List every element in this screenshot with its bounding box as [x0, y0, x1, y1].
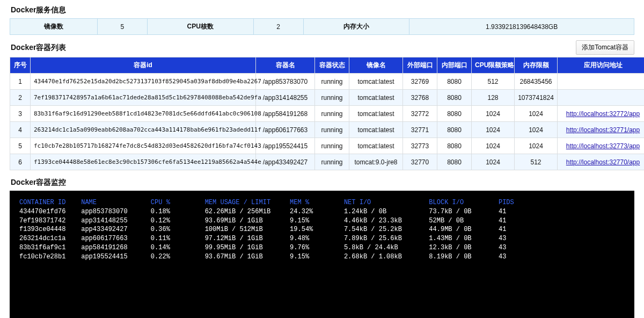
monitor-title: Docker容器监控 — [11, 178, 634, 187]
table-cell: fc10cb7e28b105717b168274fe7dc8c54d832d03… — [31, 138, 256, 154]
table-cell: /app314148255 — [256, 90, 315, 106]
table-cell: f1393ce044488e58e61ec8e3c90cb157306cfe6f… — [31, 154, 256, 170]
table-cell: 32768 — [403, 90, 437, 106]
info-value-images: 5 — [97, 19, 147, 35]
table-cell: 32773 — [403, 138, 437, 154]
table-cell: 1024 — [472, 138, 515, 154]
table-cell: 1024 — [472, 154, 515, 170]
terminal-row: 83b31f6af9c1 app584191268 0.14% 99.95MiB… — [19, 243, 625, 252]
table-cell: 434470e1fd76252e15da20d2bc5273137103f852… — [31, 74, 256, 90]
table-cell: 8080 — [437, 74, 472, 90]
table-cell: running — [315, 74, 349, 90]
table-cell-url — [558, 90, 645, 106]
table-cell: 512 — [472, 74, 515, 90]
container-col-0: 序号 — [10, 57, 31, 74]
table-cell-url — [558, 74, 645, 90]
table-cell: 8080 — [437, 154, 472, 170]
container-col-4: 镜像名 — [349, 57, 403, 74]
table-row: 383b31f6af9c16d91290eeb588f1cd1d4823e708… — [10, 106, 645, 122]
table-cell: 1024 — [515, 106, 558, 122]
service-info-table: 镜像数 5 CPU核数 2 内存大小 1.9339218139648438GB — [10, 18, 634, 35]
table-cell: running — [315, 154, 349, 170]
container-col-6: 内部端口 — [437, 57, 472, 74]
table-cell: 6 — [10, 154, 31, 170]
table-cell: 128 — [472, 90, 515, 106]
table-cell: /app606177663 — [256, 122, 315, 138]
info-label-images: 镜像数 — [10, 19, 98, 35]
table-cell: tomcat:latest — [349, 74, 403, 90]
table-cell: 5 — [10, 138, 31, 154]
table-cell: tomcat:latest — [349, 138, 403, 154]
table-cell: /app584191268 — [256, 106, 315, 122]
app-url-link[interactable]: http://localhost:32771/app — [566, 126, 640, 134]
table-cell: 4 — [10, 122, 31, 138]
table-cell: 32770 — [403, 154, 437, 170]
table-cell: 1073741824 — [515, 90, 558, 106]
table-cell: 2 — [10, 90, 31, 106]
add-tomcat-button[interactable]: 添加Tomcat容器 — [576, 40, 634, 55]
table-row: 5fc10cb7e28b105717b168274fe7dc8c54d832d0… — [10, 138, 645, 154]
table-cell: 32771 — [403, 122, 437, 138]
table-cell: 83b31f6af9c16d91290eeb588f1cd1d4823e7081… — [31, 106, 256, 122]
table-cell: 3 — [10, 106, 31, 122]
table-cell: 7ef1983717428957a1a6b61ac71dede28a815d5c… — [31, 90, 256, 106]
table-cell: /app433492427 — [256, 154, 315, 170]
table-cell: running — [315, 122, 349, 138]
table-cell-url: http://localhost:32771/app — [558, 122, 645, 138]
monitor-terminal: CONTAINER ID NAME CPU % MEM USAGE / LIMI… — [10, 191, 634, 318]
container-col-2: 容器名 — [256, 57, 315, 74]
terminal-row: f1393ce04448 app433492427 0.36% 100MiB /… — [19, 225, 625, 234]
container-col-8: 内存限额 — [515, 57, 558, 74]
container-col-5: 外部端口 — [403, 57, 437, 74]
table-cell: tomcat:latest — [349, 122, 403, 138]
table-cell: 263214dc1c1a5a0909eabb6208aa702cca443a11… — [31, 122, 256, 138]
table-row: 4263214dc1c1a5a0909eabb6208aa702cca443a1… — [10, 122, 645, 138]
container-col-7: CPU限额策略 — [472, 57, 515, 74]
table-row: 1434470e1fd76252e15da20d2bc5273137103f85… — [10, 74, 645, 90]
table-cell: 1 — [10, 74, 31, 90]
terminal-row: 434470e1fd76 app853783070 0.18% 62.26MiB… — [19, 207, 625, 216]
table-cell: running — [315, 90, 349, 106]
terminal-header: CONTAINER ID NAME CPU % MEM USAGE / LIMI… — [19, 198, 625, 207]
table-cell: tomcat:latest — [349, 90, 403, 106]
table-cell: 1024 — [472, 106, 515, 122]
app-url-link[interactable]: http://localhost:32772/app — [566, 110, 640, 118]
container-col-9: 应用访问地址 — [558, 57, 645, 74]
table-cell: 32772 — [403, 106, 437, 122]
service-info-title: Docker服务信息 — [11, 5, 634, 15]
container-table: 序号容器id容器名容器状态镜像名外部端口内部端口CPU限额策略内存限额应用访问地… — [10, 57, 644, 170]
table-row: 6f1393ce044488e58e61ec8e3c90cb157306cfe6… — [10, 154, 645, 170]
table-cell: tomcat:latest — [349, 106, 403, 122]
container-list-title: Docker容器列表 — [11, 43, 576, 53]
container-col-3: 容器状态 — [315, 57, 349, 74]
app-url-link[interactable]: http://localhost:32773/app — [566, 142, 640, 150]
table-cell: /app195524415 — [256, 138, 315, 154]
table-cell: 1024 — [515, 122, 558, 138]
terminal-row: 7ef198371742 app314148255 0.12% 93.69MiB… — [19, 216, 625, 226]
info-label-cpu: CPU核数 — [147, 19, 253, 35]
info-value-cpu: 2 — [253, 19, 303, 35]
table-cell: running — [315, 138, 349, 154]
table-cell: 1024 — [515, 138, 558, 154]
table-cell-url: http://localhost:32772/app — [558, 106, 645, 122]
info-label-mem: 内存大小 — [303, 19, 409, 35]
container-col-1: 容器id — [31, 57, 256, 74]
table-cell: 268435456 — [515, 74, 558, 90]
info-value-mem: 1.9339218139648438GB — [409, 19, 634, 35]
terminal-row: 263214dc1c1a app606177663 0.11% 97.12MiB… — [19, 234, 625, 243]
table-cell-url: http://localhost:32770/app — [558, 154, 645, 170]
table-cell: 8080 — [437, 90, 472, 106]
table-cell: running — [315, 106, 349, 122]
table-cell: 1024 — [472, 122, 515, 138]
table-cell-url: http://localhost:32773/app — [558, 138, 645, 154]
table-cell: 8080 — [437, 106, 472, 122]
table-cell: 8080 — [437, 138, 472, 154]
table-row: 27ef1983717428957a1a6b61ac71dede28a815d5… — [10, 90, 645, 106]
table-cell: tomcat:9.0-jre8 — [349, 154, 403, 170]
table-cell: /app853783070 — [256, 74, 315, 90]
table-cell: 32769 — [403, 74, 437, 90]
table-cell: 512 — [515, 154, 558, 170]
app-url-link[interactable]: http://localhost:32770/app — [566, 158, 640, 166]
terminal-row: fc10cb7e28b1 app195524415 0.22% 93.67MiB… — [19, 252, 625, 262]
table-cell: 8080 — [437, 122, 472, 138]
